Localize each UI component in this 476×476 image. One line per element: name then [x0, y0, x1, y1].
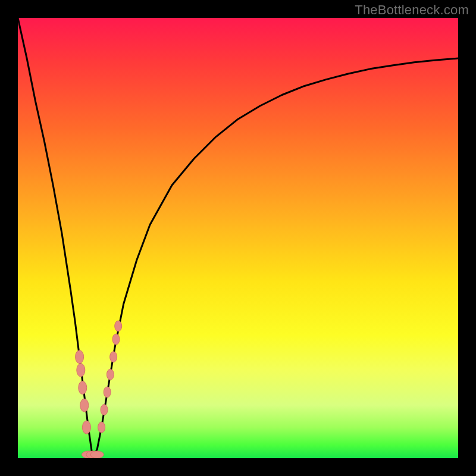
- marker-right: [110, 352, 117, 362]
- marker-left: [77, 364, 85, 377]
- marker-right: [115, 321, 122, 331]
- marker-right: [112, 334, 120, 345]
- marker-right: [104, 387, 111, 397]
- marker-left: [80, 399, 89, 412]
- marker-right: [107, 369, 114, 380]
- marker-bottom: [90, 451, 104, 458]
- marker-right: [98, 422, 105, 433]
- plot-area: [18, 18, 458, 458]
- marker-right: [101, 405, 108, 415]
- watermark-text: TheBottleneck.com: [355, 2, 469, 18]
- chart-frame: TheBottleneck.com: [0, 0, 476, 476]
- marker-left: [76, 350, 84, 364]
- bottleneck-curve: [18, 18, 458, 458]
- marker-left: [79, 381, 87, 394]
- marker-left: [82, 421, 90, 434]
